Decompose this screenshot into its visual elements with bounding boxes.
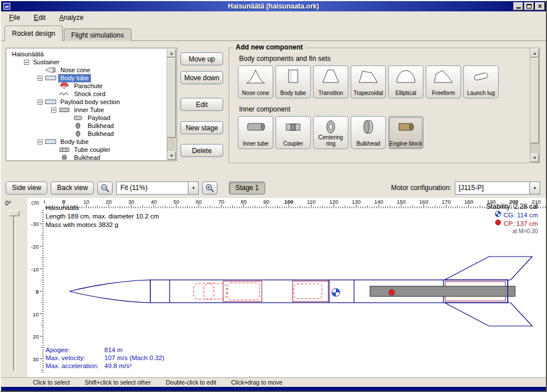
scrollbar-thumb[interactable] xyxy=(167,58,176,138)
tree-item-label: Shock cord xyxy=(72,90,107,98)
titlebar[interactable]: Haisunäätä (haisunaata.ork) xyxy=(1,1,546,11)
component-tree-panel: HaisunäätäSustainerNose coneBody tubePar… xyxy=(6,48,177,161)
tree-expander-icon[interactable] xyxy=(38,139,43,145)
add-engine-block-button[interactable]: Engine block xyxy=(388,116,423,149)
zoom-out-button[interactable] xyxy=(97,181,113,195)
tree-item[interactable]: Bulkhead xyxy=(7,122,167,130)
stat-label: Max. acceleration: xyxy=(46,362,98,369)
scroll-up-arrow-icon[interactable]: ▲ xyxy=(167,49,176,57)
tree-scrollbar[interactable]: ▲ ▼ xyxy=(167,49,176,160)
tree-item-label: Inner Tube xyxy=(72,106,106,114)
close-icon xyxy=(536,3,544,10)
add-body-tube-button[interactable]: Body tube xyxy=(275,65,311,98)
maximize-button[interactable] xyxy=(524,2,534,10)
fin-outline[interactable] xyxy=(445,257,532,280)
add-centering-ring-button[interactable]: Centering ring xyxy=(313,116,348,149)
tree-item[interactable]: Sustainer xyxy=(7,58,167,66)
zoom-in-button[interactable] xyxy=(202,181,217,195)
new-stage-button[interactable]: New stage xyxy=(180,121,223,134)
tree-item[interactable]: Bulkhead xyxy=(7,130,167,138)
tree-item[interactable]: Parachute xyxy=(7,82,167,90)
add-component-groups: Body components and fin setsNose coneBod… xyxy=(230,49,530,162)
cg-marker-icon xyxy=(332,288,340,296)
minimize-button[interactable] xyxy=(513,2,523,10)
tree-item[interactable]: Tube coupler xyxy=(7,146,167,154)
add-fin-elliptical-button[interactable]: Elliptical xyxy=(388,65,423,98)
tree-item[interactable]: Shock cord xyxy=(7,90,167,98)
menu-item-edit[interactable]: Edit xyxy=(31,13,48,23)
add-inner-tube-button[interactable]: Inner tube xyxy=(238,116,273,149)
motor-configuration-select[interactable]: [J115-P] ▼ xyxy=(455,181,540,195)
zoom-select[interactable]: Fit (11%) ▼ xyxy=(116,181,199,195)
close-button[interactable] xyxy=(535,2,545,10)
add-bulkhead-button[interactable]: Bulkhead xyxy=(351,116,386,149)
add-coupler-button[interactable]: Coupler xyxy=(275,116,311,149)
delete-button[interactable]: Delete xyxy=(180,144,223,157)
move-down-button[interactable]: Move down xyxy=(180,71,223,84)
launch-lug-icon xyxy=(470,68,492,84)
fin-elliptical-icon xyxy=(394,68,417,84)
tree-expander-icon[interactable] xyxy=(38,76,43,81)
payload-icon xyxy=(72,114,84,121)
add-fin-freeform-button[interactable]: Freeform xyxy=(426,65,461,98)
scroll-down-arrow-icon[interactable]: ▼ xyxy=(530,154,539,162)
rocket-view[interactable]: cm -100102030405060708090100110120130140… xyxy=(27,198,546,377)
menu-item-file[interactable]: File xyxy=(7,13,22,23)
rotation-slider-track[interactable] xyxy=(13,212,15,372)
cp-value: CP: 137 cm xyxy=(504,220,538,228)
tab-flight-simulations[interactable]: Flight simulations xyxy=(64,28,131,41)
mach-condition: at M=0.30 xyxy=(486,228,538,236)
tree-item[interactable]: Haisunäätä xyxy=(7,50,167,58)
tree-item-label: Haisunäätä xyxy=(10,51,46,58)
cp-icon xyxy=(495,219,501,228)
component-tree[interactable]: HaisunäätäSustainerNose coneBody tubePar… xyxy=(7,49,167,160)
chevron-down-icon[interactable]: ▼ xyxy=(188,182,198,194)
move-up-button[interactable]: Move up xyxy=(180,52,223,65)
tree-item[interactable]: Bulkhead xyxy=(7,154,167,160)
chevron-down-icon[interactable]: ▼ xyxy=(529,182,540,194)
menu-item-analyze[interactable]: Analyze xyxy=(57,13,86,23)
tree-item[interactable]: Inner Tube xyxy=(7,106,167,114)
scroll-down-arrow-icon[interactable]: ▼ xyxy=(167,151,176,160)
engine-block-icon xyxy=(394,119,417,135)
desktop-strip xyxy=(1,387,546,391)
status-hint: Click to select xyxy=(33,379,70,386)
back-view-button[interactable]: Back view xyxy=(51,181,94,195)
nose-cone-icon xyxy=(244,68,267,84)
tree-item[interactable]: Body tube xyxy=(7,138,167,146)
tree-item[interactable]: Nose cone xyxy=(7,66,167,74)
add-nose-cone-button[interactable]: Nose cone xyxy=(238,65,273,98)
add-launch-lug-button[interactable]: Launch lug xyxy=(463,65,499,98)
flight-stats: Apogee:814 mMax. velocity:107 m/s (Mach … xyxy=(46,346,164,369)
tree-expander-icon[interactable] xyxy=(38,100,43,105)
side-view-button[interactable]: Side view xyxy=(6,181,47,195)
tab-rocket-design[interactable]: Rocket design xyxy=(5,26,63,41)
view-toolbar: Side view Back view Fit (11%) ▼ Stage 1 … xyxy=(1,179,546,196)
tree-item[interactable]: Payload body section xyxy=(7,98,167,106)
tree-expander-icon[interactable] xyxy=(24,60,29,65)
tree-item[interactable]: Payload xyxy=(7,114,167,122)
tree-item[interactable]: Body tube xyxy=(7,74,167,82)
rotation-slider-thumb[interactable] xyxy=(9,211,19,216)
tab-bar: Rocket designFlight simulations xyxy=(5,26,131,41)
status-hint: Click+drag to move xyxy=(231,379,282,386)
add-fin-trapezoidal-button[interactable]: Trapezoidal xyxy=(351,65,386,98)
tree-item-label: Payload body section xyxy=(59,98,122,106)
scroll-up-arrow-icon[interactable]: ▲ xyxy=(530,49,539,57)
nose-cone-outline[interactable] xyxy=(69,280,150,303)
stability-readout: Stability: 2.28 cal CG: 114 cm CP: 137 c… xyxy=(486,203,538,236)
status-hint: Double-click to edit xyxy=(166,379,216,386)
tree-item-label: Bulkhead xyxy=(86,130,116,138)
add-transition-button[interactable]: Transition xyxy=(313,65,348,98)
tree-expander-icon[interactable] xyxy=(51,108,56,113)
rocket-info: Haisunäätä Length 189 cm, max. diameter … xyxy=(46,204,159,229)
scrollbar-thumb[interactable] xyxy=(530,58,539,143)
motor-configuration-label: Motor configuration: xyxy=(391,184,451,192)
component-group-label: Body components and fin sets xyxy=(239,55,530,63)
inner-tube-icon xyxy=(59,106,71,113)
edit-button[interactable]: Edit xyxy=(180,98,223,111)
add-panel-scrollbar[interactable]: ▲ ▼ xyxy=(530,49,539,162)
fin-outline[interactable] xyxy=(445,303,532,326)
zoom-out-magnifier-icon xyxy=(100,183,110,193)
stage-1-toggle[interactable]: Stage 1 xyxy=(229,181,265,195)
